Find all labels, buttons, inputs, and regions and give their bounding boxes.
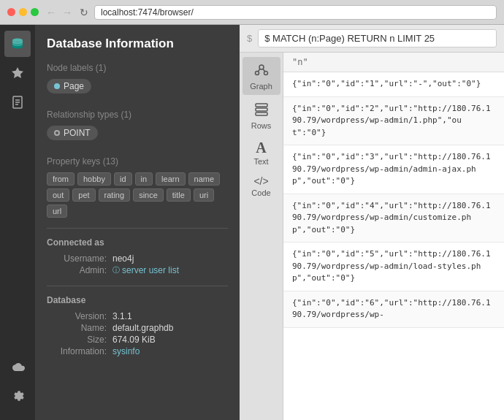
svg-point-7	[264, 72, 267, 75]
browser-chrome: ← → ↻	[0, 0, 504, 25]
document-icon	[10, 95, 25, 110]
prop-hobby[interactable]: hobby	[77, 172, 111, 186]
result-row-4: {"in":"0","id":"5","url":"http://180.76.…	[283, 243, 504, 291]
forward-button[interactable]: →	[61, 7, 74, 18]
prop-from[interactable]: from	[47, 172, 75, 186]
window-controls	[7, 8, 39, 16]
connected-as-section: Connected as Username: neo4j Admin: ⓘ se…	[47, 237, 228, 275]
version-row: Version: 3.1.1	[47, 311, 228, 321]
graph-tool-item[interactable]: Graph	[243, 57, 280, 95]
code-tool-label: Code	[251, 188, 270, 197]
sidebar-panel: Database Information Node labels (1) Pag…	[35, 25, 240, 420]
text-tool-item[interactable]: A Text	[243, 136, 280, 170]
result-row-1: {"in":"0","id":"2","url":"http://180.76.…	[283, 97, 504, 146]
name-row: Name: default.graphdb	[47, 323, 228, 333]
maximize-button[interactable]	[31, 8, 39, 16]
browser-nav: ← →	[45, 7, 74, 18]
result-rows-container: {"in":"0","id":"1","url":"-","out":"0"} …	[283, 72, 504, 328]
svg-line-8	[258, 69, 260, 72]
information-row: Information: sysinfo	[47, 346, 228, 356]
rows-tool-item[interactable]: Rows	[243, 96, 280, 134]
query-input[interactable]	[258, 29, 497, 47]
database-section-label: Database	[47, 295, 228, 305]
rows-svg-icon	[253, 101, 270, 117]
main-content: $ Graph	[240, 25, 504, 420]
page-label-badge[interactable]: Page	[47, 79, 91, 93]
database-icon-item[interactable]	[4, 31, 31, 57]
svg-line-9	[263, 69, 265, 72]
address-bar[interactable]	[94, 5, 497, 20]
sidebar-title: Database Information	[47, 37, 228, 51]
gear-icon	[10, 388, 25, 402]
prop-since[interactable]: since	[133, 188, 164, 202]
prop-rating[interactable]: rating	[99, 188, 131, 202]
username-row: Username: neo4j	[47, 253, 228, 264]
cloud-icon-item[interactable]	[4, 353, 31, 379]
badge-dot-outline-point	[54, 130, 60, 136]
rows-tool-label: Rows	[251, 121, 272, 130]
node-labels-label: Node labels (1)	[47, 63, 228, 73]
size-label: Size:	[47, 335, 112, 345]
icon-bar	[0, 25, 35, 420]
prop-learn[interactable]: learn	[156, 172, 185, 186]
result-row-5: {"in":"0","id":"6","url":"http://180.76.…	[283, 291, 504, 328]
svg-point-5	[259, 65, 264, 69]
app-container: Database Information Node labels (1) Pag…	[0, 25, 504, 420]
graph-tool-icon	[253, 61, 270, 80]
size-value: 674.09 KiB	[112, 335, 156, 345]
divider-1	[47, 228, 228, 229]
tool-sidebar: Graph Rows A Text	[240, 53, 283, 420]
prop-title[interactable]: title	[167, 188, 191, 202]
favorites-icon-item[interactable]	[4, 60, 31, 86]
rows-tool-icon	[253, 101, 270, 119]
close-button[interactable]	[7, 8, 15, 16]
svg-rect-10	[256, 104, 267, 107]
relationship-types-section: Relationship types (1) POINT	[47, 110, 228, 146]
property-keys-label: Property keys (13)	[47, 156, 228, 167]
cloud-icon	[10, 359, 25, 373]
divider-2	[47, 286, 228, 286]
prop-out[interactable]: out	[47, 188, 69, 202]
minimize-button[interactable]	[19, 8, 27, 16]
relationship-types-label: Relationship types (1)	[47, 110, 228, 120]
graph-svg-icon	[253, 61, 270, 77]
back-button[interactable]: ←	[45, 7, 58, 18]
db-name-label: Name:	[47, 323, 112, 333]
svg-rect-12	[256, 112, 267, 115]
svg-rect-11	[256, 108, 267, 111]
sysinfo-link[interactable]: sysinfo	[112, 346, 140, 356]
badge-dot-page	[54, 83, 60, 89]
db-name-value: default.graphdb	[112, 323, 173, 333]
prop-in[interactable]: in	[135, 172, 153, 186]
prop-id[interactable]: id	[114, 172, 132, 186]
prop-url[interactable]: url	[47, 205, 67, 218]
refresh-button[interactable]: ↻	[80, 7, 88, 18]
node-labels-section: Node labels (1) Page	[47, 63, 228, 99]
svg-point-6	[255, 72, 259, 75]
document-icon-item[interactable]	[4, 89, 31, 115]
username-value: neo4j	[112, 253, 134, 264]
settings-icon-item[interactable]	[4, 382, 31, 408]
graph-tool-label: Graph	[250, 82, 272, 91]
version-value: 3.1.1	[112, 311, 132, 321]
code-tool-item[interactable]: </> Code	[243, 172, 280, 202]
svg-point-0	[12, 39, 23, 42]
information-label: Information:	[47, 346, 112, 356]
text-tool-label: Text	[253, 157, 268, 166]
username-label: Username:	[47, 253, 112, 264]
icon-bar-bottom	[4, 353, 31, 414]
result-area: "n" {"in":"0","id":"1","url":"-","out":"…	[283, 53, 504, 420]
server-user-list-link[interactable]: ⓘ server user list	[112, 265, 179, 275]
point-relationship-badge[interactable]: POINT	[47, 126, 98, 140]
query-bar: $	[240, 25, 504, 53]
connected-as-label: Connected as	[47, 237, 228, 248]
prop-uri[interactable]: uri	[194, 188, 214, 202]
property-tags-container: from hobby id in learn name out pet rati…	[47, 172, 228, 218]
property-keys-section: Property keys (13) from hobby id in lear…	[47, 156, 228, 218]
circle-icon: ⓘ	[112, 265, 120, 275]
database-icon	[10, 37, 25, 51]
prop-pet[interactable]: pet	[72, 188, 95, 202]
code-tool-icon: </>	[253, 176, 268, 186]
tool-panel: Graph Rows A Text	[240, 53, 504, 420]
prop-name[interactable]: name	[188, 172, 221, 186]
